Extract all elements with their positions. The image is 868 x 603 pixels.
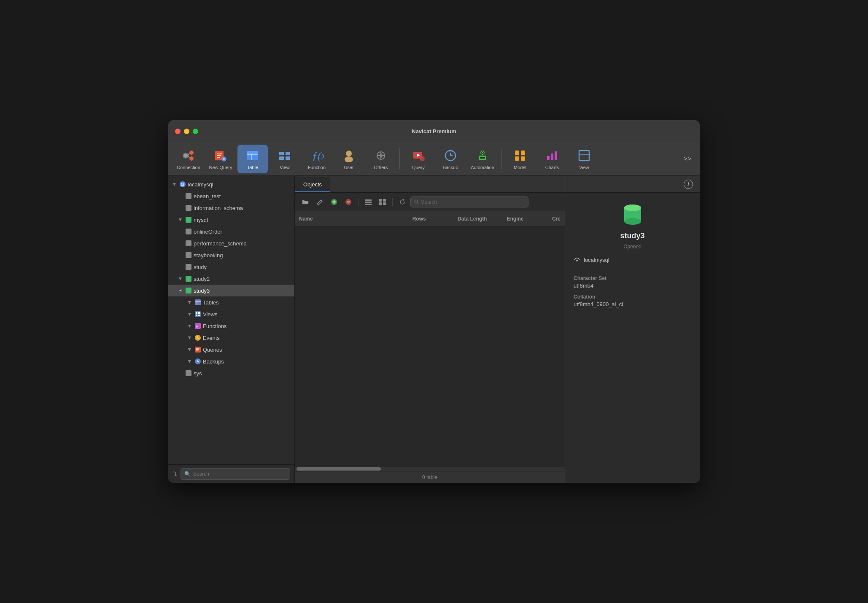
maximize-button[interactable] [193, 129, 198, 134]
svg-point-97 [624, 218, 641, 225]
toolbar-view[interactable]: View [270, 145, 300, 173]
sidebar-item-tables[interactable]: ▶ Tables [168, 296, 294, 308]
svg-rect-91 [379, 202, 382, 205]
edit-button[interactable] [313, 196, 326, 208]
toolbar-others[interactable]: Others [366, 145, 396, 173]
study-label: study [194, 264, 207, 270]
chevron-localmysql: ▶ [172, 181, 178, 187]
sys-label: sys [194, 370, 202, 377]
sidebar-item-online-order[interactable]: onlineOrder [168, 226, 294, 237]
svg-rect-60 [186, 288, 191, 293]
toolbar-new-query[interactable]: New Query [205, 145, 236, 173]
sidebar-item-study2[interactable]: ▶ study2 [168, 273, 294, 285]
toolbar-connection[interactable]: Connection [173, 145, 204, 173]
col-engine: Engine [507, 216, 552, 222]
sidebar-item-study[interactable]: study [168, 261, 294, 273]
functions-icon: fx [194, 323, 201, 329]
svg-point-3 [189, 156, 194, 161]
toolbar-view2[interactable]: View [569, 145, 599, 173]
svg-rect-65 [196, 312, 197, 314]
toolbar-backup[interactable]: Backup [435, 145, 466, 173]
toolbar-user[interactable]: User [334, 145, 364, 173]
svg-rect-89 [379, 199, 382, 202]
chevron-study [178, 264, 183, 270]
close-button[interactable] [175, 129, 181, 134]
delete-button[interactable] [342, 196, 355, 208]
view2-label: View [579, 165, 589, 170]
toolbar-sep-1 [399, 148, 400, 170]
svg-point-26 [380, 154, 382, 157]
new-query-label: New Query [209, 165, 232, 170]
svg-point-99 [576, 260, 578, 261]
svg-rect-46 [551, 153, 553, 160]
sidebar-item-backups[interactable]: ▶ Backups [168, 355, 294, 367]
svg-rect-79 [186, 370, 191, 376]
toolbar-query[interactable]: Query [403, 145, 434, 173]
sidebar-item-localmysql[interactable]: ▶ M localmysql [168, 178, 294, 190]
svg-rect-41 [515, 151, 519, 155]
col-cre: Cre [552, 216, 561, 222]
chevron-functions: ▶ [187, 323, 193, 329]
study3-label: study3 [194, 288, 210, 294]
refresh-button[interactable] [396, 196, 409, 208]
automation-label: Automation [471, 165, 494, 170]
toolbar-automation[interactable]: Automation [467, 145, 498, 173]
svg-rect-68 [198, 315, 200, 316]
info-content: study3 Opened localmysql Character Set u… [565, 193, 700, 321]
traffic-lights [175, 129, 198, 134]
model-icon [512, 148, 528, 163]
sidebar-item-functions[interactable]: ▶ fx Functions [168, 320, 294, 332]
localmysql-label: localmysql [188, 181, 213, 188]
model-label: Model [514, 165, 526, 170]
svg-point-1 [183, 153, 188, 158]
events-label: Events [203, 335, 220, 341]
info-divider-1 [574, 270, 691, 270]
more-button[interactable]: >> [680, 153, 695, 164]
info-button[interactable]: i [684, 180, 693, 189]
add-button[interactable] [328, 196, 340, 208]
filter-icon[interactable]: ⇅ [173, 471, 177, 477]
content-search-input[interactable] [421, 199, 525, 205]
function-label: Function [308, 165, 326, 170]
connection-label: Connection [177, 165, 200, 170]
toolbar-charts[interactable]: Charts [537, 145, 567, 173]
svg-rect-42 [521, 151, 525, 155]
user-icon [341, 148, 356, 163]
horizontal-scrollbar[interactable] [295, 467, 565, 471]
sidebar-item-sys[interactable]: sys [168, 367, 294, 379]
others-icon [373, 148, 388, 163]
info-panel: i study3 Opened [565, 176, 700, 483]
ebean-label: ebean_test [194, 193, 221, 199]
chevron-stay [178, 252, 183, 258]
minimize-button[interactable] [184, 129, 189, 134]
sidebar-item-staybooking[interactable]: staybooking [168, 249, 294, 261]
sidebar-item-views[interactable]: ▶ Views [168, 308, 294, 320]
scrollbar-thumb[interactable] [297, 467, 381, 471]
sidebar-item-information-schema[interactable]: information_schema [168, 202, 294, 214]
tables-label: Tables [203, 299, 219, 306]
sidebar-item-queries[interactable]: ▶ Queries [168, 344, 294, 355]
toolbar-table[interactable]: Table [237, 145, 268, 173]
status-text: 0 table [422, 474, 437, 480]
sidebar-item-events[interactable]: ▶ Events [168, 332, 294, 344]
objects-tab[interactable]: Objects [295, 177, 330, 192]
info-collation-label: Collation [574, 294, 691, 300]
information-schema-label: information_schema [194, 205, 243, 211]
svg-point-93 [415, 200, 418, 203]
toolbar-function[interactable]: ƒ(x) Function [302, 145, 332, 173]
table-header: Name Rows Data Length Engine Cre [295, 211, 565, 226]
toolbar: Connection New Query [168, 142, 700, 176]
svg-point-2 [189, 151, 194, 155]
sidebar-item-mysql[interactable]: ▶ mysql [168, 214, 294, 226]
sidebar-item-study3[interactable]: ▼ study3 [168, 285, 294, 296]
backups-label: Backups [203, 358, 224, 365]
sidebar-item-ebean-test[interactable]: ebean_test [168, 190, 294, 202]
grid-button[interactable] [376, 196, 389, 208]
open-folder-button[interactable] [299, 196, 312, 208]
study3-icon [185, 287, 192, 294]
sidebar-item-performance-schema[interactable]: performance_schema [168, 237, 294, 249]
list-detail-button[interactable] [362, 196, 375, 208]
toolbar-model[interactable]: Model [505, 145, 535, 173]
svg-rect-56 [186, 240, 191, 246]
sidebar-search-input[interactable] [193, 471, 286, 477]
